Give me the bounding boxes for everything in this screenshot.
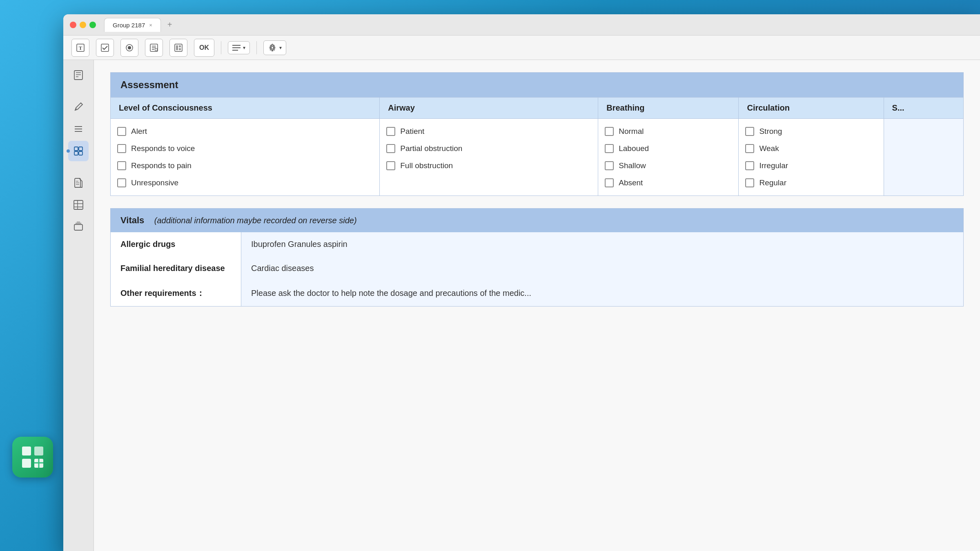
col-header-circulation: Circulation (739, 98, 884, 119)
circulation-items: Strong Weak Irregular (739, 119, 884, 196)
toolbar: T (63, 36, 980, 60)
sidebar-item-pen[interactable] (68, 97, 89, 117)
checkbox-absent-box[interactable] (605, 178, 614, 187)
sidebar-item-grid[interactable] (68, 141, 89, 161)
vitals-allergic-value: Ibuprofen Granules aspirin (241, 232, 964, 256)
chevron-down-icon: ▾ (243, 45, 245, 51)
content-area: Assessment Level of Consciousness Airway… (94, 60, 980, 551)
checkbox-weak-box[interactable] (745, 144, 754, 153)
svg-rect-34 (74, 151, 78, 155)
toolbar-divider-1 (221, 41, 221, 54)
checkbox-regular-box[interactable] (745, 178, 754, 187)
sidebar-item-book[interactable] (68, 65, 89, 85)
active-tab[interactable]: Group 2187 × (104, 18, 161, 32)
vitals-header: Vitals (additional information maybe rec… (111, 209, 964, 233)
svg-rect-33 (79, 147, 82, 151)
main-layout: Assessment Level of Consciousness Airway… (63, 60, 980, 551)
toolbar-divider-2 (256, 41, 257, 54)
vitals-other-row: Other requirements： Please ask the docto… (111, 280, 964, 307)
close-button[interactable] (70, 22, 76, 28)
maximize-button[interactable] (89, 22, 96, 28)
svg-rect-44 (74, 224, 82, 230)
layout-icon (174, 43, 183, 52)
settings-dropdown[interactable]: ▾ (263, 40, 286, 55)
tab-title: Group 2187 (113, 22, 145, 29)
list-sidebar-icon (73, 123, 84, 135)
checkbox-tool-button[interactable] (96, 39, 114, 57)
checkbox-responds-pain-box[interactable] (117, 161, 126, 170)
sidebar-item-doc[interactable] (68, 173, 89, 193)
layout-tool-button[interactable] (169, 39, 187, 57)
doc-icon (73, 177, 84, 189)
svg-rect-18 (179, 45, 181, 47)
svg-rect-1 (22, 459, 31, 468)
col-header-airway: Airway (380, 98, 598, 119)
ok-button[interactable]: OK (194, 39, 214, 57)
vitals-familial-row: Familial hereditary disease Cardiac dise… (111, 256, 964, 280)
vitals-other-label: Other requirements： (111, 280, 241, 307)
titlebar: Group 2187 × + (63, 14, 980, 36)
main-window: Group 2187 × + T (63, 14, 980, 551)
stack-icon (73, 221, 84, 233)
airway-items: Patient Partial obstruction Full obstruc… (380, 119, 598, 196)
text-tool-button[interactable]: T (71, 39, 89, 57)
app-icon[interactable] (12, 437, 53, 478)
col-header-breathing: Breathing (598, 98, 739, 119)
svg-rect-32 (74, 147, 78, 151)
checkbox-laboued-box[interactable] (605, 144, 614, 153)
svg-point-23 (271, 47, 274, 49)
checkbox-alert-box[interactable] (117, 127, 126, 136)
checkbox-irregular-box[interactable] (745, 161, 754, 170)
sidebar (63, 60, 94, 551)
checkbox-shallow-box[interactable] (605, 161, 614, 170)
checkbox-responds-voice-box[interactable] (117, 144, 126, 153)
checkbox-strong: Strong (745, 123, 877, 140)
list-dropdown[interactable]: ▾ (228, 41, 250, 54)
checkbox-icon (100, 43, 109, 52)
svg-rect-24 (74, 71, 82, 80)
consciousness-items: Alert Responds to voice Responds to pain (111, 119, 380, 196)
record-tool-button[interactable] (120, 39, 138, 57)
checkbox-absent: Absent (605, 174, 732, 191)
svg-rect-35 (79, 151, 82, 155)
checkbox-strong-box[interactable] (745, 127, 754, 136)
sidebar-item-stack[interactable] (68, 217, 89, 237)
checkbox-partial-obstruction: Partial obstruction (386, 140, 591, 157)
col-header-consciousness: Level of Consciousness (111, 98, 380, 119)
svg-rect-0 (22, 447, 31, 455)
table-icon (73, 199, 84, 211)
vitals-other-value: Please ask the doctor to help note the d… (241, 280, 964, 307)
assessment-table: Assessment Level of Consciousness Airway… (110, 72, 964, 196)
new-tab-button[interactable]: + (164, 18, 176, 31)
chevron-down-icon-2: ▾ (279, 45, 282, 51)
checkbox-shallow: Shallow (605, 157, 732, 174)
svg-rect-40 (74, 200, 83, 209)
form-icon (149, 43, 158, 52)
svg-point-10 (128, 46, 131, 49)
checkbox-normal-box[interactable] (605, 127, 614, 136)
book-icon (73, 69, 84, 81)
assessment-header: Assessment (111, 73, 964, 98)
settings-icon (268, 43, 277, 52)
sidebar-item-table[interactable] (68, 195, 89, 215)
col-header-extra: S... (884, 98, 963, 119)
checkbox-unresponsive: Unresponsive (117, 174, 373, 191)
sidebar-item-list[interactable] (68, 119, 89, 139)
form-tool-button[interactable] (145, 39, 163, 57)
extra-col (884, 119, 963, 196)
svg-rect-8 (101, 44, 109, 51)
minimize-button[interactable] (80, 22, 86, 28)
checkbox-unresponsive-box[interactable] (117, 178, 126, 187)
traffic-lights (70, 22, 96, 28)
vitals-table: Vitals (additional information maybe rec… (110, 208, 964, 307)
checkbox-responds-voice: Responds to voice (117, 140, 373, 157)
svg-rect-19 (179, 48, 181, 50)
tab-close-button[interactable]: × (149, 22, 152, 28)
checkbox-normal: Normal (605, 123, 732, 140)
grid-icon (73, 145, 84, 157)
checkbox-responds-pain: Responds to pain (117, 157, 373, 174)
checkbox-partial-obstruction-box[interactable] (386, 144, 395, 153)
checkbox-full-obstruction-box[interactable] (386, 161, 395, 170)
vitals-familial-value: Cardiac diseases (241, 256, 964, 280)
checkbox-patient-box[interactable] (386, 127, 395, 136)
